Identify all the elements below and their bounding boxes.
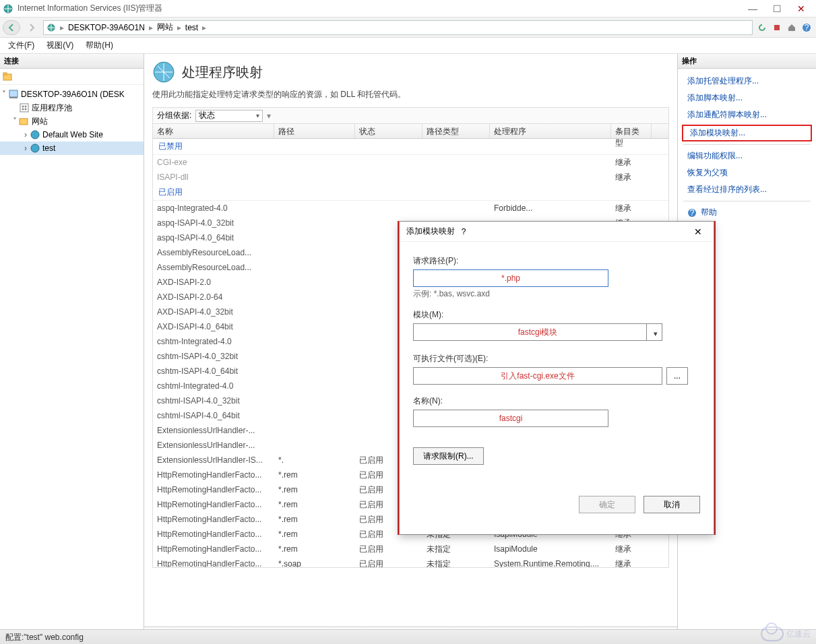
help-icon[interactable]: ? [800, 21, 813, 34]
status-bar: 配置:"test" web.config [0, 629, 816, 644]
svg-rect-6 [3, 73, 7, 75]
page-title: 处理程序映射 [182, 63, 263, 82]
action-add-script[interactable]: 添加脚本映射... [678, 90, 816, 106]
browse-button[interactable]: ... [666, 367, 688, 385]
svg-point-10 [22, 106, 24, 108]
breadcrumb-leaf[interactable]: test [185, 23, 198, 32]
group-disabled[interactable]: 已禁用 [153, 139, 668, 155]
breadcrumb-sites[interactable]: 网站 [157, 22, 173, 33]
tree-server-node[interactable]: ˅DESKTOP-39A6O1N (DESK [0, 88, 144, 101]
page-description: 使用此功能指定处理特定请求类型的响应的资源，如 DLL 和托管代码。 [152, 89, 669, 100]
group-by-row: 分组依据: 状态 ▾ [152, 107, 669, 123]
col-pathtype[interactable]: 路径类型 [422, 124, 490, 138]
action-view-ordered[interactable]: 查看经过排序的列表... [678, 181, 816, 198]
title-bar: Internet Information Services (IIS)管理器 —… [0, 0, 816, 18]
request-path-label: 请求路径(P): [413, 255, 700, 267]
action-help[interactable]: 帮助 [701, 207, 717, 218]
menu-bar: 文件(F) 视图(V) 帮助(H) [0, 38, 816, 54]
window-title: Internet Information Services (IIS)管理器 [18, 3, 162, 14]
nav-forward-button[interactable] [23, 20, 40, 35]
status-text: 配置:"test" web.config [5, 633, 84, 642]
action-add-wildcard[interactable]: 添加通配符脚本映射... [678, 106, 816, 123]
svg-point-11 [25, 106, 27, 108]
executable-input[interactable]: 引入fast-cgi.exe文件 [413, 367, 662, 385]
connections-panel: 连接 ˅DESKTOP-39A6O1N (DESK 应用程序池 ˅网站 ›Def… [0, 54, 144, 644]
globe-icon [46, 23, 56, 32]
module-label: 模块(M): [413, 309, 700, 321]
col-handler[interactable]: 处理程序 [490, 124, 611, 138]
col-name[interactable]: 名称 [153, 124, 274, 138]
nav-back-button[interactable] [3, 20, 20, 35]
executable-label: 可执行文件(可选)(E): [413, 353, 700, 364]
dialog-help-button[interactable]: ? [455, 227, 472, 236]
grid-header: 名称 路径 状态 路径类型 处理程序 条目类型 [153, 124, 668, 139]
connections-toolbar [0, 69, 144, 85]
tree-apppools[interactable]: 应用程序池 [0, 101, 144, 115]
breadcrumb-root[interactable]: DESKTOP-39A6O1N [68, 23, 145, 32]
svg-rect-8 [9, 97, 18, 98]
svg-text:?: ? [690, 208, 695, 218]
dialog-close-button[interactable]: ✕ [689, 226, 707, 237]
table-row[interactable]: aspq-Integrated-4.0Forbidde...继承 [153, 201, 668, 216]
svg-rect-7 [9, 90, 18, 97]
request-path-input[interactable]: *.php [413, 269, 608, 287]
action-add-managed[interactable]: 添加托管处理程序... [678, 73, 816, 90]
dialog-title-bar[interactable]: 添加模块映射 ? ✕ [400, 222, 714, 242]
menu-help[interactable]: 帮助(H) [86, 40, 113, 51]
handler-mappings-icon [152, 61, 175, 84]
ok-button[interactable]: 确定 [579, 496, 635, 513]
svg-rect-2 [774, 25, 780, 30]
address-bar[interactable]: ▸ DESKTOP-39A6O1N ▸ 网站 ▸ test ▸ [43, 20, 753, 35]
help-small-icon: ? [687, 208, 697, 218]
tree-default-site[interactable]: ›Default Web Site [0, 128, 144, 141]
menu-view[interactable]: 视图(V) [46, 40, 73, 51]
name-input[interactable]: fastcgi [413, 410, 608, 427]
table-row[interactable]: HttpRemotingHandlerFacto...*.rem已启用未指定Is… [153, 542, 668, 556]
request-restrictions-button[interactable]: 请求限制(R)... [413, 447, 484, 465]
connections-header: 连接 [0, 54, 144, 69]
name-label: 名称(N): [413, 395, 700, 407]
action-add-module[interactable]: 添加模块映射... [690, 127, 804, 139]
connections-tree: ˅DESKTOP-39A6O1N (DESK 应用程序池 ˅网站 ›Defaul… [0, 85, 144, 158]
refresh-icon[interactable] [755, 21, 769, 34]
svg-point-15 [31, 131, 39, 139]
table-row[interactable]: HttpRemotingHandlerFacto...*.soap已启用未指定S… [153, 556, 668, 568]
tree-sites[interactable]: ˅网站 [0, 115, 144, 128]
group-by-select[interactable]: 状态 [195, 110, 263, 122]
group-enabled[interactable]: 已启用 [153, 185, 668, 201]
svg-point-16 [31, 144, 39, 152]
request-path-hint: 示例: *.bas, wsvc.axd [413, 288, 700, 300]
cloud-icon [761, 626, 784, 641]
folder-icon[interactable] [3, 72, 13, 82]
menu-file[interactable]: 文件(F) [8, 40, 34, 51]
actions-header: 操作 [678, 54, 816, 69]
table-row[interactable]: ISAPI-dll继承 [153, 170, 668, 185]
stop-icon[interactable] [770, 21, 784, 34]
action-revert[interactable]: 恢复为父项 [678, 164, 816, 181]
svg-rect-14 [20, 119, 28, 125]
close-button[interactable]: ✕ [789, 2, 813, 15]
group-by-label: 分组依据: [157, 110, 191, 121]
svg-point-12 [22, 108, 24, 110]
dialog-title: 添加模块映射 [406, 226, 455, 237]
nav-bar: ▸ DESKTOP-39A6O1N ▸ 网站 ▸ test ▸ ? [0, 18, 816, 38]
svg-point-13 [25, 108, 27, 110]
minimize-button[interactable]: — [741, 2, 765, 15]
svg-text:?: ? [805, 23, 809, 32]
iis-icon [3, 3, 13, 14]
maximize-button[interactable]: ☐ [765, 2, 789, 15]
add-module-mapping-dialog: 添加模块映射 ? ✕ 请求路径(P): *.php 示例: *.bas, wsv… [399, 221, 714, 535]
action-add-module-highlight: 添加模块映射... [682, 125, 812, 141]
col-entry[interactable]: 条目类型 [611, 124, 652, 138]
table-row[interactable]: CGI-exe继承 [153, 155, 668, 170]
module-select[interactable]: fastcgi模块▾ [413, 323, 662, 341]
cancel-button[interactable]: 取消 [644, 496, 700, 513]
col-path[interactable]: 路径 [274, 124, 355, 138]
watermark: 亿速云 [761, 626, 811, 641]
action-edit-permissions[interactable]: 编辑功能权限... [678, 148, 816, 164]
col-state[interactable]: 状态 [355, 124, 422, 138]
svg-rect-9 [20, 104, 28, 112]
home-icon[interactable] [785, 21, 798, 34]
main-panel: 处理程序映射 使用此功能指定处理特定请求类型的响应的资源，如 DLL 和托管代码… [144, 54, 677, 644]
tree-test-site[interactable]: ›test [0, 141, 144, 155]
